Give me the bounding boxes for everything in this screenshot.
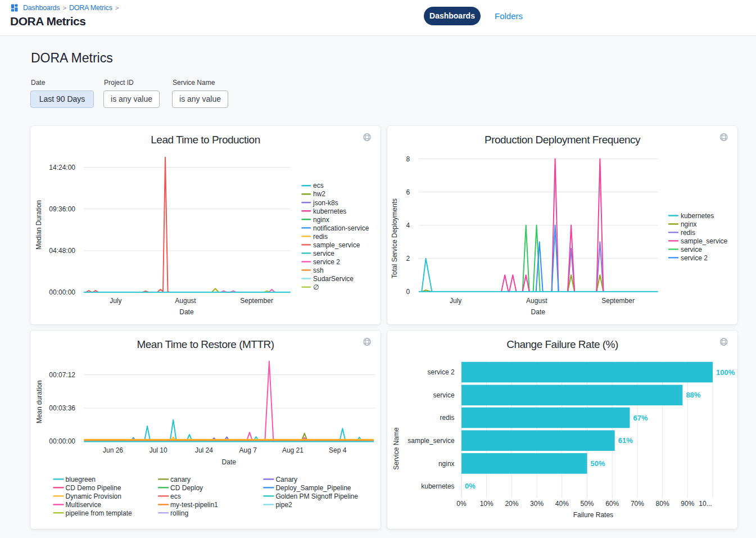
svg-text:nginx: nginx — [438, 460, 455, 468]
svg-text:50%: 50% — [580, 500, 594, 508]
svg-text:kubernetes: kubernetes — [421, 482, 454, 490]
svg-text:Date: Date — [179, 308, 194, 316]
svg-text:service 2: service 2 — [681, 254, 708, 262]
svg-text:Median Duration: Median Duration — [35, 200, 43, 250]
svg-text:redis: redis — [681, 229, 695, 237]
svg-text:ecs: ecs — [170, 492, 181, 500]
svg-text:kubernetes: kubernetes — [313, 207, 346, 215]
svg-text:July: July — [110, 297, 121, 305]
svg-text:json-k8s: json-k8s — [313, 199, 338, 207]
svg-text:80%: 80% — [656, 500, 669, 508]
svg-text:10...: 10... — [699, 500, 712, 508]
svg-text:nginx: nginx — [681, 220, 697, 228]
svg-text:20%: 20% — [505, 500, 518, 508]
svg-text:0: 0 — [406, 288, 410, 296]
svg-text:pipe2: pipe2 — [275, 501, 292, 509]
svg-text:2: 2 — [406, 255, 410, 263]
svg-text:Deploy_Sample_Pipeline: Deploy_Sample_Pipeline — [275, 484, 351, 492]
svg-text:service: service — [433, 391, 455, 399]
svg-text:Dynamic Provision: Dynamic Provision — [66, 492, 121, 500]
svg-text:September: September — [601, 297, 635, 305]
svg-text:Production Deployment Frequenc: Production Deployment Frequency — [485, 134, 641, 146]
svg-text:redis: redis — [313, 233, 328, 241]
svg-text:8: 8 — [406, 155, 410, 163]
svg-text:August: August — [175, 297, 196, 305]
svg-text:00:03:36: 00:03:36 — [49, 404, 75, 412]
svg-text:88%: 88% — [686, 391, 700, 399]
svg-text:service: service — [313, 250, 334, 257]
svg-text:Aug 7: Aug 7 — [239, 446, 257, 454]
svg-text:60%: 60% — [605, 500, 619, 508]
svg-text:sample_service: sample_service — [681, 237, 728, 245]
svg-text:40%: 40% — [555, 500, 569, 508]
svg-text:Mean duration: Mean duration — [35, 381, 43, 424]
svg-text:my-test-pipelin1: my-test-pipelin1 — [170, 501, 218, 509]
svg-text:CD Deploy: CD Deploy — [170, 484, 203, 492]
svg-text:0%: 0% — [465, 482, 476, 490]
svg-text:Jul 10: Jul 10 — [150, 446, 168, 454]
svg-text:CD Demo Pipeline: CD Demo Pipeline — [66, 484, 121, 492]
svg-text:100%: 100% — [716, 368, 735, 377]
svg-text:Date: Date — [222, 458, 237, 466]
svg-text:redis: redis — [440, 414, 455, 422]
svg-text:04:48:00: 04:48:00 — [49, 247, 75, 255]
svg-text:Mean Time to Restore (MTTR): Mean Time to Restore (MTTR) — [137, 338, 274, 350]
svg-text:sample_service: sample_service — [313, 241, 360, 249]
svg-text:61%: 61% — [618, 436, 633, 445]
svg-text:canary: canary — [170, 476, 191, 483]
svg-text:Sep 4: Sep 4 — [329, 446, 347, 454]
svg-text:6: 6 — [406, 188, 410, 196]
svg-text:4: 4 — [406, 221, 410, 229]
svg-text:90%: 90% — [681, 500, 694, 508]
svg-text:kubernetes: kubernetes — [681, 212, 714, 220]
svg-text:September: September — [240, 297, 273, 305]
svg-text:nginx: nginx — [313, 216, 329, 224]
svg-text:0%: 0% — [456, 500, 467, 508]
svg-text:09:36:00: 09:36:00 — [49, 205, 75, 213]
svg-text:Jul 24: Jul 24 — [195, 446, 213, 454]
svg-text:14:24:00: 14:24:00 — [49, 164, 75, 171]
svg-text:∅: ∅ — [313, 283, 319, 291]
svg-text:July: July — [450, 297, 461, 305]
svg-text:Canary: Canary — [275, 476, 297, 483]
svg-text:service: service — [681, 246, 702, 254]
svg-text:notification-service: notification-service — [313, 224, 369, 232]
svg-text:30%: 30% — [530, 500, 544, 508]
svg-text:ecs: ecs — [313, 182, 324, 189]
svg-text:00:07:12: 00:07:12 — [49, 371, 75, 379]
svg-text:00:00:00: 00:00:00 — [49, 437, 75, 445]
svg-text:ssh: ssh — [313, 266, 324, 274]
svg-text:service 2: service 2 — [313, 258, 340, 266]
svg-text:50%: 50% — [591, 459, 605, 468]
svg-text:SudarService: SudarService — [313, 275, 354, 283]
svg-text:Golden PM Signoff Pipeline: Golden PM Signoff Pipeline — [275, 492, 358, 500]
svg-text:10%: 10% — [480, 500, 494, 508]
svg-text:70%: 70% — [631, 500, 644, 508]
svg-text:00:00:00: 00:00:00 — [49, 288, 75, 296]
svg-text:bluegreen: bluegreen — [66, 476, 96, 483]
svg-text:Multiservice: Multiservice — [66, 501, 102, 509]
svg-text:Total Service Deployments: Total Service Deployments — [391, 198, 399, 278]
svg-text:Failure Rates: Failure Rates — [573, 511, 613, 519]
svg-text:pipeline from template: pipeline from template — [66, 509, 132, 517]
svg-text:August: August — [526, 297, 547, 305]
svg-text:Change Failure Rate (%): Change Failure Rate (%) — [506, 338, 618, 350]
svg-text:Service Name: Service Name — [392, 427, 400, 470]
svg-text:rolling: rolling — [170, 509, 188, 517]
svg-text:67%: 67% — [633, 414, 648, 422]
svg-text:Lead Time to Production: Lead Time to Production — [151, 134, 260, 146]
svg-text:sample_service: sample_service — [408, 437, 455, 445]
svg-text:Jun 26: Jun 26 — [103, 446, 123, 454]
svg-text:hw2: hw2 — [313, 190, 325, 198]
svg-text:Date: Date — [531, 308, 546, 316]
svg-text:Aug 21: Aug 21 — [282, 446, 304, 454]
svg-text:service 2: service 2 — [428, 368, 455, 376]
